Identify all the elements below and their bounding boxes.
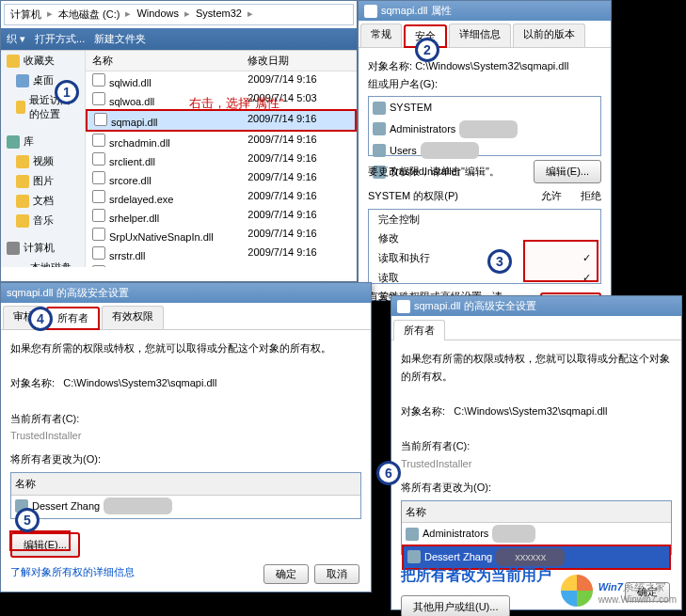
disk-icon xyxy=(16,267,26,268)
folder-icon xyxy=(16,214,29,228)
watermark: Win7系统之家 www.Winwin7.com xyxy=(561,575,677,607)
open-with-button[interactable]: 打开方式... xyxy=(35,32,85,46)
cancel-button[interactable]: 取消 xyxy=(314,564,359,584)
adv2-titlebar: sqmapi.dll 的高级安全设置 xyxy=(391,296,681,316)
other-users-button[interactable]: 其他用户或组(U)... xyxy=(401,595,510,616)
file-list-header[interactable]: 名称 修改日期 xyxy=(86,51,357,71)
step-2-marker: 2 xyxy=(415,38,439,62)
tab-owner[interactable]: 所有者 xyxy=(393,320,445,340)
file-icon xyxy=(92,73,105,87)
explorer-toolbar: 织 ▾ 打开方式... 新建文件夹 xyxy=(1,28,357,51)
file-row[interactable]: srcore.dll2009/7/14 9:16 xyxy=(86,169,357,188)
annotation-1: 右击，选择"属性" xyxy=(189,95,283,112)
adv1-titlebar: sqmapi.dll 的高级安全设置 xyxy=(1,283,371,303)
favorites-icon xyxy=(7,55,20,68)
step-5-marker: 5 xyxy=(15,508,40,532)
file-icon xyxy=(92,228,105,241)
windows-logo-icon xyxy=(561,575,593,607)
user-icon xyxy=(373,102,386,115)
step-3-marker: 3 xyxy=(487,249,512,274)
ok-button[interactable]: 确定 xyxy=(263,564,309,584)
file-icon xyxy=(94,113,107,126)
file-icon xyxy=(364,5,377,18)
tab-owner[interactable]: 所有者 xyxy=(46,307,100,330)
bc-item[interactable]: 本地磁盘 (C:) xyxy=(58,8,120,22)
folder-icon xyxy=(16,155,29,168)
user-icon xyxy=(373,122,386,135)
groups-list[interactable]: SYSTEM Administrators xxxx Users xxxx Tr… xyxy=(368,96,601,156)
tab-general[interactable]: 常规 xyxy=(360,24,402,47)
col-name[interactable]: 名称 xyxy=(88,54,247,68)
file-list: 名称 修改日期 sqlwid.dll2009/7/14 9:16sqlwoa.d… xyxy=(86,51,357,267)
file-row[interactable]: srdelayed.exe2009/7/14 9:16 xyxy=(86,188,357,207)
file-row[interactable]: srchadmin.dll2009/7/14 9:16 xyxy=(86,132,357,150)
step-4-marker: 4 xyxy=(28,307,53,331)
owner-list[interactable]: 名称 Dessert Zhang xxxxxx xyxy=(10,472,361,519)
file-row[interactable]: SrpUxNativeSnapIn.dll2009/7/14 9:16 xyxy=(86,226,357,245)
col-date[interactable]: 修改日期 xyxy=(247,54,354,68)
library-icon xyxy=(7,135,20,149)
computer-icon xyxy=(7,242,20,255)
tab-previous[interactable]: 以前的版本 xyxy=(513,24,585,47)
breadcrumb[interactable]: 计算机▸ 本地磁盘 (C:)▸ Windows▸ System32▸ xyxy=(4,4,354,25)
file-row[interactable]: srclient.dll2009/7/14 9:16 xyxy=(86,150,357,169)
properties-tabs: 常规 安全 详细信息 以前的版本 xyxy=(359,21,611,48)
file-icon xyxy=(92,209,105,222)
desktop-icon xyxy=(16,74,29,87)
file-icon xyxy=(92,246,105,260)
folder-icon xyxy=(16,175,29,188)
file-row[interactable]: srhelper.dll2009/7/14 9:16 xyxy=(86,207,357,226)
tab-details[interactable]: 详细信息 xyxy=(449,24,511,47)
file-row[interactable]: srrstr.dll2009/7/14 9:16 xyxy=(86,245,357,263)
file-row[interactable]: sqmapi.dll2009/7/14 9:16 xyxy=(86,109,357,132)
explorer-window: 计算机▸ 本地磁盘 (C:)▸ Windows▸ System32▸ 织 ▾ 打… xyxy=(0,0,358,282)
file-icon xyxy=(92,190,105,203)
file-icon xyxy=(92,92,105,105)
properties-titlebar: sqmapi.dll 属性 xyxy=(359,1,611,21)
folder-icon xyxy=(16,195,29,208)
user-icon xyxy=(373,144,386,157)
shield-icon xyxy=(397,300,410,313)
file-row[interactable]: sqlwid.dll2009/7/14 9:16 xyxy=(86,71,357,90)
step-6-marker: 6 xyxy=(376,461,401,485)
user-icon xyxy=(406,528,419,541)
new-folder-button[interactable]: 新建文件夹 xyxy=(94,32,146,46)
file-icon xyxy=(92,171,105,184)
file-row[interactable]: srvcli.dll2009/7/14 9:16 xyxy=(86,263,357,267)
edit-button[interactable]: 编辑(E)... xyxy=(534,160,601,183)
tab-effective[interactable]: 有效权限 xyxy=(102,306,164,329)
bc-item[interactable]: 计算机 xyxy=(10,8,41,22)
owner-list-2[interactable]: 名称 Administrators x Dessert Zhang xxxxxx xyxy=(401,500,672,555)
file-icon xyxy=(92,265,105,267)
recent-icon xyxy=(16,101,25,114)
step-1-marker: 1 xyxy=(55,80,79,104)
bc-item[interactable]: Windows xyxy=(136,8,179,22)
file-icon xyxy=(92,152,105,166)
adv1-tabs: 审核 所有者 有效权限 xyxy=(1,303,371,330)
advanced-security-2: sqmapi.dll 的高级安全设置 所有者 如果您有所需的权限或特权，您就可以… xyxy=(391,295,682,610)
bc-item[interactable]: System32 xyxy=(196,8,242,22)
file-icon xyxy=(92,134,105,147)
